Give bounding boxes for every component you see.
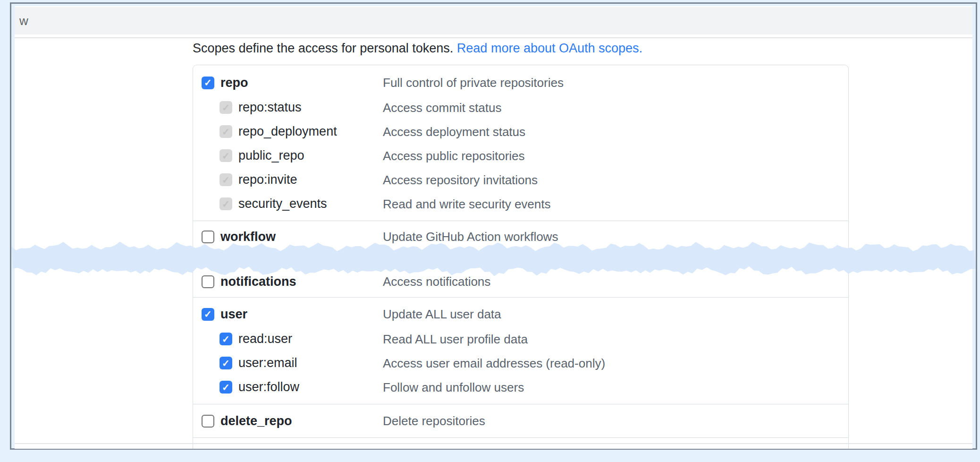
scope-group-delete-repo: ✓ delete_repo Delete repositories <box>193 404 848 437</box>
checkbox-user-email[interactable]: ✓ <box>220 357 232 369</box>
scope-description: Access repository invitations <box>383 172 538 187</box>
torn-gap <box>193 252 848 265</box>
checkbox-read-user[interactable]: ✓ <box>220 333 232 345</box>
checkbox-repo-invite: ✓ <box>220 173 232 186</box>
checkbox-delete-repo[interactable]: ✓ <box>202 415 214 428</box>
page: w Scopes define the access for personal … <box>15 6 972 449</box>
oauth-scopes-link[interactable]: Read more about OAuth scopes. <box>457 41 642 55</box>
scope-name[interactable]: user:email <box>238 356 297 370</box>
scope-name[interactable]: delete_repo <box>220 414 292 428</box>
scope-group-repo: ✓ repo Full control of private repositor… <box>193 65 848 221</box>
scope-name: repo_deployment <box>238 124 337 139</box>
scope-name[interactable]: user <box>220 307 247 322</box>
checkbox-security-events: ✓ <box>220 197 232 210</box>
scope-row-repo-deployment: ✓ repo_deployment Access deployment stat… <box>193 120 848 144</box>
scope-description: Full control of private repositories <box>383 76 564 90</box>
check-icon: ✓ <box>222 199 230 209</box>
scope-row-delete-repo[interactable]: ✓ delete_repo Delete repositories <box>193 408 848 434</box>
checkbox-repo[interactable]: ✓ <box>202 77 214 89</box>
scope-row-repo-invite: ✓ repo:invite Access repository invitati… <box>193 168 848 192</box>
scope-name: repo:invite <box>238 172 297 187</box>
check-icon: ✓ <box>222 359 230 368</box>
check-icon: ✓ <box>222 151 230 161</box>
scope-name[interactable]: workflow <box>220 230 276 244</box>
checkbox-repo-status: ✓ <box>220 101 232 114</box>
top-input-bar[interactable]: w <box>15 7 972 34</box>
scopes-intro-text: Scopes define the access for personal to… <box>193 41 453 55</box>
checkbox-user-follow[interactable]: ✓ <box>220 381 232 394</box>
checkbox-notifications[interactable]: ✓ <box>202 275 214 288</box>
checkbox-workflow[interactable]: ✓ <box>202 231 214 243</box>
scope-description: Access commit status <box>383 100 501 115</box>
scope-row-public-repo: ✓ public_repo Access public repositories <box>193 144 848 168</box>
scope-name[interactable]: notifications <box>220 274 296 289</box>
scope-row-repo[interactable]: ✓ repo Full control of private repositor… <box>193 70 848 95</box>
scope-row-workflow[interactable]: ✓ workflow Update GitHub Action workflow… <box>193 224 848 249</box>
check-icon: ✓ <box>222 103 230 112</box>
scope-row-repo-status: ✓ repo:status Access commit status <box>193 95 848 120</box>
scope-name: security_events <box>238 197 327 211</box>
scopes-list: ✓ repo Full control of private repositor… <box>193 65 849 449</box>
check-icon: ✓ <box>222 334 230 344</box>
topbar-divider <box>15 37 972 38</box>
main-content: Scopes define the access for personal to… <box>15 40 972 449</box>
scope-description: Update ALL user data <box>383 307 501 322</box>
scope-row-notifications[interactable]: ✓ notifications Access notifications <box>193 269 848 294</box>
checkbox-user[interactable]: ✓ <box>202 308 214 321</box>
scope-name[interactable]: user:follow <box>238 380 299 394</box>
scope-description: Follow and unfollow users <box>383 380 524 394</box>
scope-name: repo:status <box>238 100 302 115</box>
scope-description: Access notifications <box>383 274 490 289</box>
scope-name[interactable]: read:user <box>238 332 292 346</box>
scope-description: Access user email addresses (read-only) <box>383 356 605 370</box>
scope-description: Access public repositories <box>383 148 525 163</box>
checkbox-repo-deployment: ✓ <box>220 125 232 138</box>
scope-description: Delete repositories <box>383 414 485 428</box>
scope-row-security-events: ✓ security_events Read and write securit… <box>193 192 848 216</box>
scope-description: Access deployment status <box>383 124 525 139</box>
check-icon: ✓ <box>204 309 212 319</box>
check-icon: ✓ <box>222 175 230 185</box>
scope-row-user[interactable]: ✓ user Update ALL user data <box>193 301 848 327</box>
check-icon: ✓ <box>222 383 230 392</box>
scope-row-user-email[interactable]: ✓ user:email Access user email addresses… <box>193 351 848 375</box>
scope-group-user: ✓ user Update ALL user data ✓ read:user … <box>193 297 848 404</box>
check-icon: ✓ <box>204 78 212 87</box>
viewport-cut-line <box>15 443 972 444</box>
scope-description: Read and write security events <box>383 197 551 211</box>
window-frame: w Scopes define the access for personal … <box>10 2 977 450</box>
scope-description: Read ALL user profile data <box>383 332 528 346</box>
scope-row-read-user[interactable]: ✓ read:user Read ALL user profile data <box>193 327 848 351</box>
checkbox-public-repo: ✓ <box>220 149 232 162</box>
scope-description: Update GitHub Action workflows <box>383 230 558 244</box>
scope-group-notifications: ✓ notifications Access notifications <box>193 265 848 297</box>
scope-row-user-follow[interactable]: ✓ user:follow Follow and unfollow users <box>193 375 848 399</box>
scopes-intro: Scopes define the access for personal to… <box>193 40 972 56</box>
scope-name: public_repo <box>238 148 304 163</box>
check-icon: ✓ <box>222 127 230 137</box>
scope-group-workflow: ✓ workflow Update GitHub Action workflow… <box>193 221 848 252</box>
top-input-bar-text: w <box>15 14 28 28</box>
scope-name[interactable]: repo <box>220 76 248 90</box>
